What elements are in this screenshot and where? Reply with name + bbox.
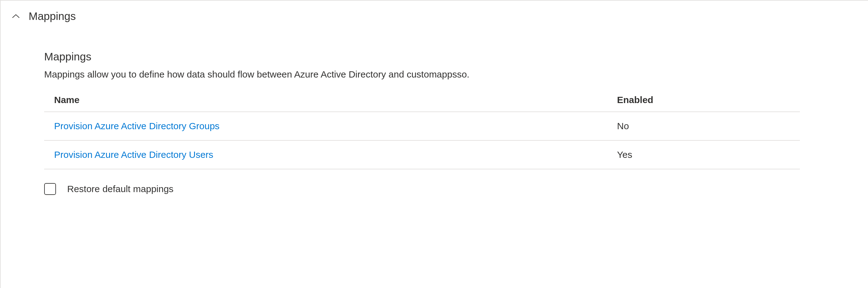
mappings-section-toggle[interactable]: Mappings [1,1,868,32]
mappings-table: Name Enabled Provision Azure Active Dire… [44,88,800,169]
restore-default-label[interactable]: Restore default mappings [67,184,174,194]
header-name: Name [54,95,617,105]
enabled-value: No [617,121,629,131]
section-body: Mappings Mappings allow you to define ho… [1,32,868,195]
restore-default-row: Restore default mappings [44,169,825,195]
enabled-value: Yes [617,149,632,160]
mapping-link-groups[interactable]: Provision Azure Active Directory Groups [54,121,220,131]
table-header: Name Enabled [44,88,800,112]
subheading: Mappings [44,51,825,63]
table-row: Provision Azure Active Directory Groups … [44,112,800,141]
description: Mappings allow you to define how data sh… [44,69,825,80]
table-row: Provision Azure Active Directory Users Y… [44,141,800,169]
mapping-link-users[interactable]: Provision Azure Active Directory Users [54,149,213,160]
restore-default-checkbox[interactable] [44,183,56,195]
chevron-up-icon [12,14,20,19]
section-title: Mappings [29,10,76,22]
mappings-panel: Mappings Mappings Mappings allow you to … [0,0,868,288]
header-enabled: Enabled [617,95,790,105]
